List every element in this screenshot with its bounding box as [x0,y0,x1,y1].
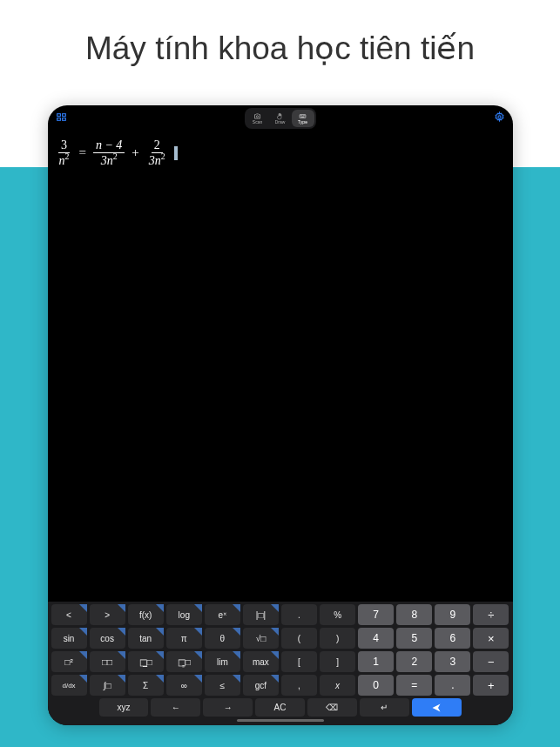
key-subscript[interactable]: □̲□ [128,651,164,672]
key-ddx[interactable]: d/dx [51,675,87,696]
key-cos[interactable]: cos [90,628,125,649]
key-ac[interactable]: AC [255,698,305,717]
equation-display[interactable]: 3 n2 = n − 4 3n2 + 2 3n2 [48,128,513,178]
svg-point-4 [256,116,258,118]
key-8[interactable]: 8 [396,604,432,625]
mode-type[interactable]: Type [292,110,314,127]
key-gt[interactable]: > [90,604,125,625]
send-icon [431,703,442,713]
key-1[interactable]: 1 [358,651,394,672]
key-decimal[interactable]: . [435,675,470,696]
key-max[interactable]: max [243,651,279,672]
equals-sign: = [77,145,87,160]
key-pi[interactable]: π [166,628,202,649]
key-9[interactable]: 9 [435,604,470,625]
key-6[interactable]: 6 [435,628,470,649]
key-power[interactable]: □□ [90,651,125,672]
key-send[interactable] [412,698,462,717]
key-gcf[interactable]: gcf [243,675,279,696]
svg-rect-2 [57,118,60,121]
key-sigma[interactable]: Σ [128,675,164,696]
key-infinity[interactable]: ∞ [166,675,202,696]
key-square[interactable]: □² [51,651,87,672]
key-theta[interactable]: θ [205,628,240,649]
key-xyz[interactable]: xyz [99,698,149,717]
key-row-4: d/dx ∫□ Σ ∞ ≤ gcf , x 0 = . + [51,675,509,696]
key-rparen[interactable]: ) [320,628,355,649]
key-lte[interactable]: ≤ [205,675,240,696]
key-multiply[interactable]: × [473,628,509,649]
key-fx[interactable]: f(x) [128,604,164,625]
key-4[interactable]: 4 [358,628,394,649]
key-0[interactable]: 0 [358,675,394,696]
key-divide[interactable]: ÷ [473,604,509,625]
key-equals[interactable]: = [396,675,432,696]
key-5[interactable]: 5 [396,628,432,649]
key-enter[interactable]: ↵ [360,698,409,717]
key-row-3: □² □□ □̲□ □͇□ lim max [ ] 1 2 3 − [51,651,509,672]
fraction-2: n − 4 3n2 [93,138,125,168]
menu-icon[interactable] [56,111,67,122]
svg-rect-1 [62,114,65,117]
svg-rect-0 [57,114,60,117]
gear-icon[interactable] [494,111,505,122]
key-left[interactable]: ← [151,698,200,717]
key-lbracket[interactable]: [ [281,651,317,672]
key-backspace[interactable]: ⌫ [307,698,357,717]
key-lt[interactable]: < [51,604,87,625]
key-7[interactable]: 7 [358,604,394,625]
fraction-3: 2 3n2 [146,138,168,168]
top-bar: Scan Draw Type [48,105,513,128]
math-keyboard: < > f(x) log eˣ |□| . % 7 8 9 ÷ sin cos … [48,602,513,725]
key-rbracket[interactable]: ] [320,651,355,672]
key-lparen[interactable]: ( [281,628,317,649]
fraction-1: 3 n2 [57,138,72,168]
input-mode-switcher: Scan Draw Type [245,108,316,129]
key-exp[interactable]: eˣ [205,604,240,625]
key-row-1: < > f(x) log eˣ |□| . % 7 8 9 ÷ [51,604,509,625]
page-title: Máy tính khoa học tiên tiến [0,0,560,67]
key-row-bottom: xyz ← → AC ⌫ ↵ [51,698,509,717]
key-plus[interactable]: + [473,675,509,696]
key-sin[interactable]: sin [51,628,87,649]
key-3[interactable]: 3 [435,651,470,672]
key-abs[interactable]: |□| [243,604,279,625]
key-row-2: sin cos tan π θ √□ ( ) 4 5 6 × [51,628,509,649]
key-minus[interactable]: − [473,651,509,672]
text-cursor [174,146,178,160]
svg-point-11 [497,116,500,118]
mode-scan[interactable]: Scan [246,110,269,127]
key-log[interactable]: log [166,604,202,625]
key-tan[interactable]: tan [128,628,164,649]
key-2[interactable]: 2 [396,651,432,672]
key-percent[interactable]: % [320,604,355,625]
key-x[interactable]: x [320,675,355,696]
key-right[interactable]: → [203,698,253,717]
plus-sign: + [130,145,140,160]
key-integral[interactable]: ∫□ [90,675,125,696]
key-dot[interactable]: . [281,604,317,625]
mode-draw[interactable]: Draw [269,110,292,127]
home-indicator [237,719,324,722]
svg-rect-5 [300,115,306,118]
key-frac[interactable]: □͇□ [166,651,202,672]
key-lim[interactable]: lim [205,651,240,672]
app-screenshot: Scan Draw Type 3 n2 [48,105,513,725]
svg-rect-3 [62,118,65,121]
key-sqrt[interactable]: √□ [243,628,279,649]
key-comma[interactable]: , [281,675,317,696]
